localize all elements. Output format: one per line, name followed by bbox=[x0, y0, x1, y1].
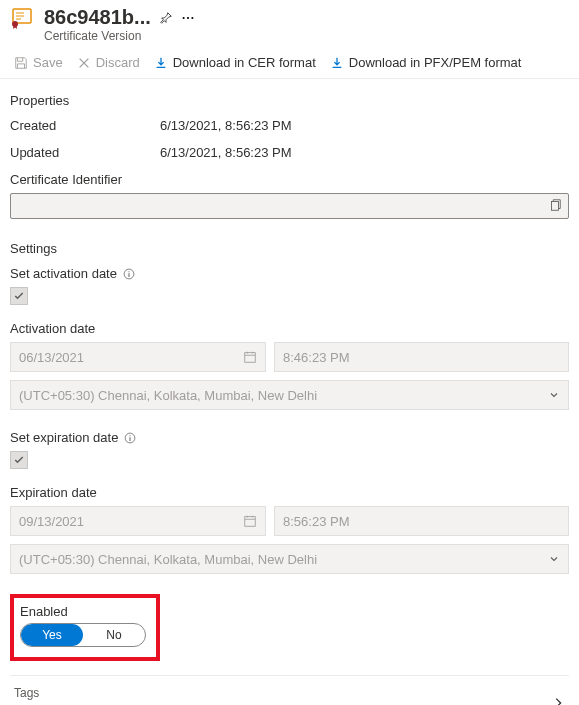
svg-point-10 bbox=[128, 271, 129, 272]
properties-heading: Properties bbox=[10, 93, 569, 108]
toolbar: Save Discard Download in CER format Down… bbox=[0, 47, 579, 79]
created-value: 6/13/2021, 8:56:23 PM bbox=[160, 118, 569, 133]
check-icon bbox=[13, 454, 25, 466]
download-icon bbox=[154, 56, 168, 70]
activation-date-input[interactable]: 06/13/2021 bbox=[10, 342, 266, 372]
enabled-toggle[interactable]: Yes No bbox=[20, 623, 146, 647]
activation-date-label: Activation date bbox=[10, 321, 569, 336]
check-icon bbox=[13, 290, 25, 302]
enabled-label: Enabled bbox=[20, 604, 146, 619]
identifier-field[interactable] bbox=[10, 193, 569, 219]
info-icon[interactable] bbox=[123, 268, 135, 280]
expiration-checkbox[interactable] bbox=[10, 451, 28, 469]
settings-heading: Settings bbox=[10, 241, 569, 256]
svg-point-7 bbox=[191, 16, 193, 18]
download-icon bbox=[330, 56, 344, 70]
discard-button: Discard bbox=[77, 55, 140, 70]
download-pfx-button[interactable]: Download in PFX/PEM format bbox=[330, 55, 522, 70]
info-icon[interactable] bbox=[124, 432, 136, 444]
page-header: 86c9481b... Certificate Version bbox=[0, 0, 579, 47]
chevron-right-icon bbox=[551, 696, 565, 706]
expiration-date-input[interactable]: 09/13/2021 bbox=[10, 506, 266, 536]
copy-icon[interactable] bbox=[548, 198, 562, 212]
updated-value: 6/13/2021, 8:56:23 PM bbox=[160, 145, 569, 160]
set-activation-label: Set activation date bbox=[10, 266, 117, 281]
activation-checkbox[interactable] bbox=[10, 287, 28, 305]
set-expiration-label: Set expiration date bbox=[10, 430, 118, 445]
calendar-icon bbox=[243, 350, 257, 364]
svg-rect-8 bbox=[552, 202, 559, 211]
svg-rect-12 bbox=[245, 353, 256, 363]
activation-tz-select[interactable]: (UTC+05:30) Chennai, Kolkata, Mumbai, Ne… bbox=[10, 380, 569, 410]
chevron-down-icon bbox=[548, 553, 560, 565]
page-subtitle: Certificate Version bbox=[44, 29, 569, 43]
discard-icon bbox=[77, 56, 91, 70]
activation-time-input[interactable]: 8:46:23 PM bbox=[274, 342, 569, 372]
svg-rect-19 bbox=[245, 517, 256, 527]
created-label: Created bbox=[10, 118, 160, 133]
pin-icon[interactable] bbox=[159, 11, 173, 25]
enabled-highlight: Enabled Yes No bbox=[10, 594, 160, 661]
chevron-down-icon bbox=[548, 389, 560, 401]
more-icon[interactable] bbox=[181, 11, 195, 25]
updated-label: Updated bbox=[10, 145, 160, 160]
save-icon bbox=[14, 56, 28, 70]
expiration-date-label: Expiration date bbox=[10, 485, 569, 500]
expiration-time-input[interactable]: 8:56:23 PM bbox=[274, 506, 569, 536]
save-button: Save bbox=[14, 55, 63, 70]
tags-label: Tags bbox=[14, 686, 49, 700]
enabled-no[interactable]: No bbox=[83, 624, 145, 646]
expiration-tz-select[interactable]: (UTC+05:30) Chennai, Kolkata, Mumbai, Ne… bbox=[10, 544, 569, 574]
identifier-label: Certificate Identifier bbox=[10, 172, 569, 187]
svg-point-5 bbox=[182, 16, 184, 18]
calendar-icon bbox=[243, 514, 257, 528]
page-title: 86c9481b... bbox=[44, 6, 151, 29]
download-cer-button[interactable]: Download in CER format bbox=[154, 55, 316, 70]
tags-row[interactable]: Tags 0 tags bbox=[10, 675, 569, 705]
certificate-icon bbox=[10, 6, 34, 30]
svg-point-17 bbox=[130, 435, 131, 436]
enabled-yes[interactable]: Yes bbox=[21, 624, 83, 646]
svg-point-6 bbox=[187, 16, 189, 18]
